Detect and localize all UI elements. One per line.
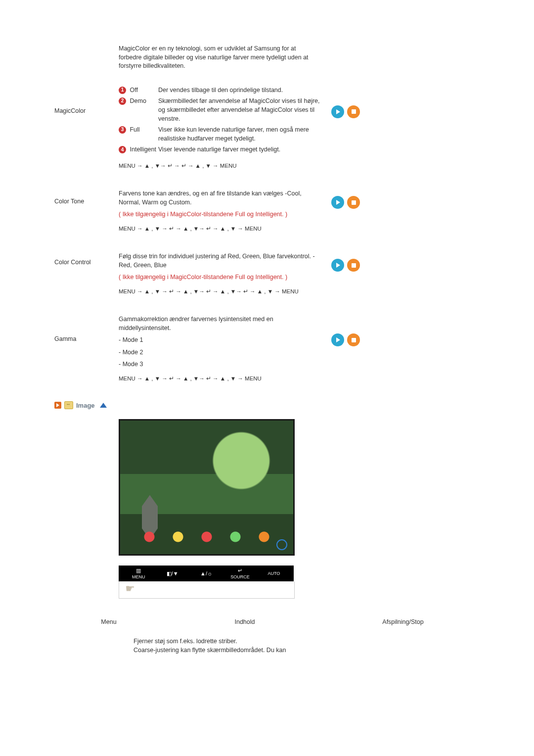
gamma-mode2: - Mode 2: [119, 348, 321, 357]
bright-glyph-icon: ▲/☼: [189, 570, 223, 577]
adjust-icon: [64, 401, 73, 409]
btn-source[interactable]: ↵ SOURCE: [223, 567, 257, 579]
icons-colortone: [321, 189, 376, 209]
btn-auto-label: AUTO: [267, 571, 280, 576]
btn-menu[interactable]: ▥ MENU: [122, 567, 155, 579]
stop-icon[interactable]: [347, 105, 360, 118]
colorcontrol-text: Følg disse trin for individuel justering…: [119, 252, 321, 270]
gamma-text: Gammakorrektion ændrer farvernes lysinte…: [119, 315, 321, 332]
power-ring-icon: [276, 539, 287, 550]
section-title: Image: [76, 402, 95, 409]
feature-colortone: Color Tone Farvens tone kan ændres, og e…: [54, 189, 480, 233]
opt-full-desc: Viser ikke kun levende naturlige farver,…: [158, 125, 321, 145]
nav-gamma: MENU → ▲ , ▼ → ↵ → ▲ , ▼→ ↵ → ▲ , ▼ → ME…: [119, 375, 321, 383]
colorcontrol-note: ( Ikke tilgængelig i MagicColor-tilstand…: [119, 273, 321, 282]
btn-bright[interactable]: ▲/☼: [189, 570, 223, 577]
col-afspil: Afspilning/Stop: [326, 618, 480, 625]
play-icon[interactable]: [331, 333, 344, 346]
opt-off-desc: Der vendes tilbage til den oprindelige t…: [158, 86, 321, 96]
label-colorcontrol: Color Control: [54, 252, 119, 266]
coarse-description: Fjerner støj som f.eks. lodrette striber…: [134, 637, 346, 655]
opt-intelligent: Intelligent: [130, 146, 156, 153]
opt-full: Full: [130, 126, 139, 133]
coarse-line2: Coarse-justering kan flytte skærmbilledo…: [134, 646, 346, 655]
monitor-preview-image: [119, 419, 295, 556]
opt-demo-desc: Skærmbilledet før anvendelse af MagicCol…: [158, 96, 321, 125]
colortone-text: Farvens tone kan ændres, og en af fire t…: [119, 189, 321, 207]
label-colortone: Color Tone: [54, 189, 119, 205]
badge-3-icon: 3: [119, 126, 126, 134]
magiccolor-intro: MagicColor er en ny teknologi, som er ud…: [119, 45, 316, 71]
stop-icon[interactable]: [347, 333, 360, 346]
nav-colortone: MENU → ▲ , ▼ → ↵ → ▲ , ▼→ ↵ → ▲ , ▼ → ME…: [119, 225, 321, 233]
icons-magiccolor: [321, 86, 376, 118]
colortone-note: ( Ikke tilgængelig i MagicColor-tilstand…: [119, 210, 321, 219]
btn-adjust[interactable]: ◧/▼: [155, 570, 189, 577]
badge-2-icon: 2: [119, 97, 126, 105]
section-header-image: Image: [54, 401, 480, 409]
feature-colorcontrol: Color Control Følg disse trin for indivi…: [54, 252, 480, 296]
feature-gamma: Gamma Gammakorrektion ændrer farvernes l…: [54, 315, 480, 382]
play-icon[interactable]: [331, 105, 344, 118]
magiccolor-options: 1 Off Der vendes tilbage til den oprinde…: [119, 86, 321, 156]
stop-icon[interactable]: [347, 259, 360, 272]
menu-glyph-icon: ▥: [122, 567, 155, 574]
opt-off: Off: [130, 87, 137, 94]
play-square-icon: [54, 402, 61, 409]
triple-header: Menu Indhold Afspilning/Stop: [54, 618, 480, 625]
col-menu: Menu: [54, 618, 163, 625]
btn-source-label: SOURCE: [230, 574, 250, 579]
stop-icon[interactable]: [347, 196, 360, 209]
label-gamma: Gamma: [54, 315, 119, 342]
icons-gamma: [321, 315, 376, 346]
nav-colorcontrol: MENU → ▲ , ▼ → ↵ → ▲ , ▼→ ↵ → ▲ , ▼→ ↵ →…: [119, 287, 321, 296]
gamma-mode3: - Mode 3: [119, 360, 321, 369]
play-icon[interactable]: [331, 259, 344, 272]
badge-4-icon: 4: [119, 146, 126, 153]
col-indhold: Indhold: [163, 618, 326, 625]
adjust-glyph-icon: ◧/▼: [155, 570, 189, 577]
source-glyph-icon: ↵: [223, 567, 257, 574]
opt-intelligent-desc: Viser levende naturlige farver meget tyd…: [158, 145, 321, 156]
monitor-button-bar: ▥ MENU ◧/▼ ▲/☼ ↵ SOURCE AUTO: [119, 566, 294, 581]
play-icon[interactable]: [331, 196, 344, 209]
opt-demo: Demo: [130, 97, 146, 104]
btn-menu-label: MENU: [132, 574, 145, 579]
btn-auto[interactable]: AUTO: [257, 571, 291, 576]
hand-pointer-strip: [119, 581, 295, 599]
label-magiccolor: MagicColor: [54, 86, 119, 114]
nav-magiccolor: MENU → ▲ , ▼→ ↵ → ↵ → ▲ , ▼ → MENU: [119, 162, 321, 170]
badge-1-icon: 1: [119, 87, 126, 94]
feature-magiccolor: MagicColor 1 Off Der vendes tilbage til …: [54, 86, 480, 171]
collapse-up-icon[interactable]: [100, 403, 107, 408]
gamma-mode1: - Mode 1: [119, 335, 321, 344]
coarse-line1: Fjerner støj som f.eks. lodrette striber…: [134, 637, 346, 646]
icons-colorcontrol: [321, 252, 376, 272]
